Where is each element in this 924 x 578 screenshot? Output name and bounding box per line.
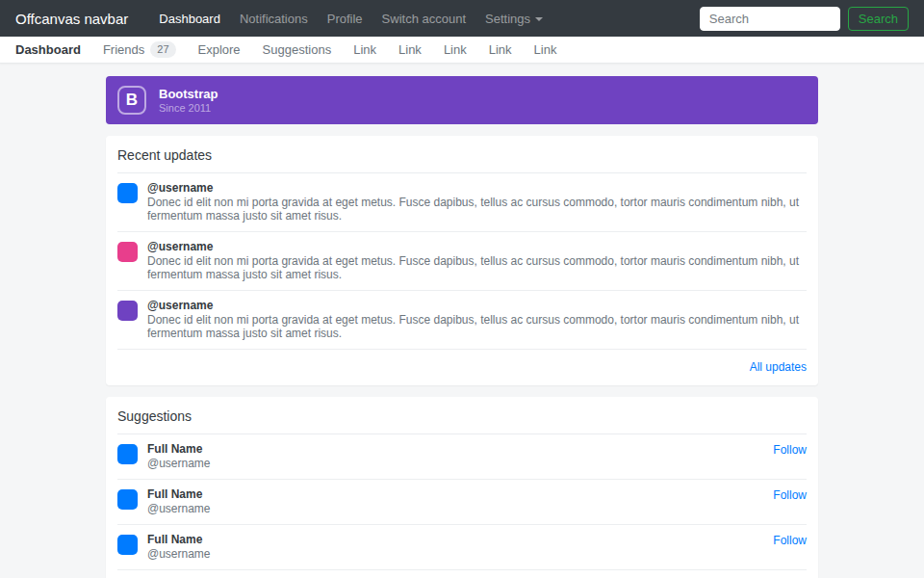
update-row: @username Donec id elit non mi porta gra… <box>117 291 807 350</box>
update-row: @username Donec id elit non mi porta gra… <box>117 173 807 232</box>
nav-item-switch-account[interactable]: Switch account <box>372 12 475 26</box>
suggestions-title: Suggestions <box>117 408 807 434</box>
subnav-item-friends[interactable]: Friends27 <box>103 41 176 58</box>
search-form: Search <box>700 7 909 31</box>
nav-item-profile[interactable]: Profile <box>318 12 372 26</box>
suggestion-full-name: Full Name <box>147 442 773 456</box>
friends-count-badge: 27 <box>150 41 175 58</box>
subnav-item-explore[interactable]: Explore <box>198 42 241 57</box>
main-content: B Bootstrap Since 2011 Recent updates @u… <box>106 76 818 578</box>
friends-label: Friends <box>103 42 144 57</box>
top-nav-links: Dashboard Notifications Profile Switch a… <box>149 12 552 26</box>
suggestion-username: @username <box>147 547 773 561</box>
secondary-navbar: Dashboard Friends27 Explore Suggestions … <box>0 37 924 64</box>
subnav-item-suggestions[interactable]: Suggestions <box>263 42 332 57</box>
update-text: Donec id elit non mi porta gravida at eg… <box>147 313 807 340</box>
follow-button[interactable]: Follow <box>773 442 807 457</box>
banner-text: Bootstrap Since 2011 <box>159 87 218 114</box>
follow-button[interactable]: Follow <box>773 487 807 502</box>
update-body: @username Donec id elit non mi porta gra… <box>147 299 807 340</box>
navbar-brand[interactable]: Offcanvas navbar <box>15 11 128 27</box>
top-navbar: Offcanvas navbar Dashboard Notifications… <box>0 0 924 37</box>
subnav-item-link-2[interactable]: Link <box>398 42 422 57</box>
suggestion-body: Full Name @username <box>147 442 773 470</box>
update-username: @username <box>147 240 807 253</box>
user-avatar <box>117 242 138 262</box>
banner-subtitle: Since 2011 <box>159 102 218 114</box>
suggestion-body: Full Name @username <box>147 533 773 561</box>
user-avatar <box>117 301 138 321</box>
all-updates-link[interactable]: All updates <box>117 350 807 374</box>
subnav-item-link-5[interactable]: Link <box>534 42 557 57</box>
search-button[interactable]: Search <box>848 7 909 31</box>
nav-item-settings-dropdown[interactable]: Settings <box>475 12 552 26</box>
subnav-item-link-1[interactable]: Link <box>353 42 376 57</box>
bootstrap-banner: B Bootstrap Since 2011 <box>106 76 818 124</box>
subnav-item-link-4[interactable]: Link <box>489 42 512 57</box>
suggestion-row: Full Name @username Follow <box>117 525 807 570</box>
settings-label: Settings <box>485 12 530 26</box>
suggestion-full-name: Full Name <box>147 533 773 546</box>
suggestion-full-name: Full Name <box>147 487 773 501</box>
user-avatar <box>117 183 138 203</box>
suggestion-username: @username <box>147 502 773 515</box>
caret-down-icon <box>535 17 543 21</box>
user-avatar <box>117 444 138 464</box>
suggestion-username: @username <box>147 457 773 470</box>
update-body: @username Donec id elit non mi porta gra… <box>147 181 807 223</box>
user-avatar <box>117 535 138 555</box>
user-avatar <box>117 489 138 510</box>
update-username: @username <box>147 299 807 312</box>
search-input[interactable] <box>700 7 840 31</box>
bootstrap-logo-icon: B <box>117 86 146 115</box>
subnav-item-link-3[interactable]: Link <box>444 42 467 57</box>
banner-title: Bootstrap <box>159 87 218 101</box>
suggestion-body: Full Name @username <box>147 487 773 515</box>
update-text: Donec id elit non mi porta gravida at eg… <box>147 254 807 281</box>
subnav-item-dashboard[interactable]: Dashboard <box>15 42 81 57</box>
suggestion-row: Full Name @username Follow <box>117 434 807 480</box>
suggestions-card: Suggestions Full Name @username Follow F… <box>106 397 818 578</box>
update-username: @username <box>147 181 807 195</box>
update-row: @username Donec id elit non mi porta gra… <box>117 232 807 291</box>
recent-updates-title: Recent updates <box>117 147 807 173</box>
suggestion-row: Full Name @username Follow <box>117 480 807 525</box>
all-suggestions-link[interactable]: All suggestions <box>117 570 807 578</box>
update-text: Donec id elit non mi porta gravida at eg… <box>147 196 807 223</box>
follow-button[interactable]: Follow <box>773 533 807 547</box>
nav-item-dashboard[interactable]: Dashboard <box>149 12 230 26</box>
recent-updates-card: Recent updates @username Donec id elit n… <box>106 136 818 385</box>
update-body: @username Donec id elit non mi porta gra… <box>147 240 807 281</box>
nav-item-notifications[interactable]: Notifications <box>230 12 318 26</box>
